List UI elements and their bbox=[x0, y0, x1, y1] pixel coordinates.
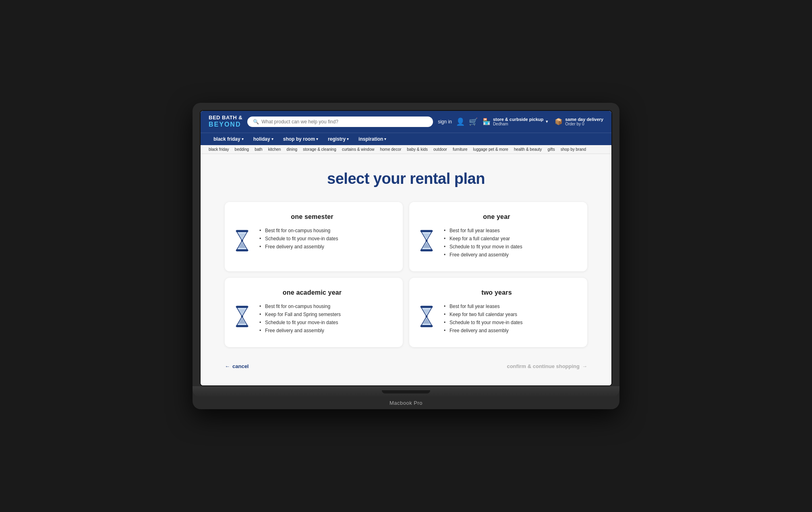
laptop-notch bbox=[382, 390, 430, 393]
nav-holiday[interactable]: holiday ▾ bbox=[249, 133, 278, 145]
nav-sec-outdoor[interactable]: outdoor bbox=[433, 147, 447, 152]
plans-grid: one semester bbox=[225, 202, 587, 347]
delivery-section: 🏪 store & curbside pickup Dedham ▾ 📦 sam… bbox=[483, 117, 603, 126]
plan-card-one-year[interactable]: one year bbox=[409, 202, 587, 271]
plan-card-one-semester[interactable]: one semester bbox=[225, 202, 403, 271]
plan-bullets-two-years: Best for full year leases Keep for two f… bbox=[444, 304, 522, 336]
bullet: Schedule to fit your move-in dates bbox=[259, 236, 338, 241]
nav-inspiration[interactable]: inspiration ▾ bbox=[354, 133, 391, 145]
search-input[interactable] bbox=[261, 119, 427, 125]
user-icon[interactable]: 👤 bbox=[456, 117, 465, 126]
nav-sec-home-decor[interactable]: home decor bbox=[380, 147, 401, 152]
nav-sec-kitchen[interactable]: kitchen bbox=[268, 147, 281, 152]
laptop-label: Macbook Pro bbox=[200, 398, 612, 409]
search-bar[interactable]: 🔍 bbox=[247, 117, 433, 127]
plan-title-one-semester: one semester bbox=[233, 213, 392, 221]
signin-link[interactable]: sign in bbox=[438, 119, 452, 125]
confirm-continue-button[interactable]: confirm & continue shopping bbox=[507, 363, 587, 369]
nav-sec-black-friday[interactable]: black friday bbox=[209, 147, 229, 152]
chevron-down-icon: ▾ bbox=[384, 137, 386, 141]
svg-point-2 bbox=[241, 239, 243, 241]
logo[interactable]: BED BATH & BEYOND bbox=[209, 115, 242, 128]
footer-actions: cancel confirm & continue shopping bbox=[225, 359, 587, 373]
header-top: BED BATH & BEYOND 🔍 sign in 👤 🛒 bbox=[201, 111, 611, 132]
bullet: Keep for Fall and Spring semesters bbox=[259, 312, 341, 317]
hourglass-icon bbox=[417, 305, 437, 329]
bullet: Schedule to fit your move in dates bbox=[444, 244, 522, 250]
nav-sec-bedding[interactable]: bedding bbox=[235, 147, 249, 152]
nav-sec-baby-kids[interactable]: baby & kids bbox=[407, 147, 428, 152]
bullet: Schedule to fit your move-in dates bbox=[259, 320, 341, 325]
page-title: select your rental plan bbox=[225, 170, 587, 187]
bullet: Schedule to fit your move-in dates bbox=[444, 320, 522, 325]
nav-shop-by-room[interactable]: shop by room ▾ bbox=[278, 133, 323, 145]
nav-sec-health[interactable]: health & beauty bbox=[514, 147, 542, 152]
store-label: store & curbside pickup bbox=[493, 117, 543, 122]
plan-title-one-year: one year bbox=[417, 213, 576, 221]
hourglass-icon bbox=[417, 229, 437, 254]
bullet: Best fit for on-campus housing bbox=[259, 304, 341, 309]
chevron-down-icon: ▾ bbox=[271, 137, 273, 141]
svg-point-5 bbox=[426, 239, 428, 241]
arrow-left-icon bbox=[225, 363, 230, 369]
laptop-screen: BED BATH & BEYOND 🔍 sign in 👤 🛒 bbox=[200, 110, 612, 386]
delivery-sublabel: Order by 0 bbox=[565, 122, 603, 126]
delivery-icon: 📦 bbox=[555, 118, 563, 125]
svg-point-11 bbox=[426, 315, 428, 317]
bullet: Free delivery and assembly bbox=[444, 328, 522, 333]
primary-nav: black friday ▾ holiday ▾ shop by room ▾ … bbox=[201, 133, 611, 145]
logo-line2: BEYOND bbox=[209, 121, 242, 128]
bullet: Best for full year leases bbox=[444, 228, 522, 233]
store-icon: 🏪 bbox=[483, 118, 491, 125]
plan-card-one-academic-year[interactable]: one academic year bbox=[225, 278, 403, 347]
site-header: BED BATH & BEYOND 🔍 sign in 👤 🛒 bbox=[201, 111, 611, 145]
plan-title-one-academic-year: one academic year bbox=[233, 289, 392, 296]
delivery-label: same day delivery bbox=[565, 117, 603, 122]
plan-bullets-one-year: Best for full year leases Keep for a ful… bbox=[444, 228, 522, 260]
chevron-down-icon: ▾ bbox=[316, 137, 318, 141]
secondary-nav: black friday bedding bath kitchen dining… bbox=[201, 145, 611, 154]
store-pickup-item[interactable]: 🏪 store & curbside pickup Dedham ▾ bbox=[483, 117, 548, 126]
bullet: Free delivery and assembly bbox=[259, 244, 338, 250]
nav-sec-bath[interactable]: bath bbox=[255, 147, 262, 152]
same-day-delivery-item[interactable]: 📦 same day delivery Order by 0 bbox=[555, 117, 603, 126]
bullet: Free delivery and assembly bbox=[444, 252, 522, 258]
chevron-down-icon: ▾ bbox=[347, 137, 349, 141]
plan-title-two-years: two years bbox=[417, 289, 576, 296]
bullet: Best fit for on-campus housing bbox=[259, 228, 338, 233]
nav-sec-furniture[interactable]: furniture bbox=[453, 147, 468, 152]
plan-bullets-one-academic-year: Best fit for on-campus housing Keep for … bbox=[259, 304, 341, 336]
svg-point-8 bbox=[241, 315, 243, 317]
hourglass-icon bbox=[233, 305, 253, 329]
cancel-button[interactable]: cancel bbox=[225, 363, 249, 369]
store-sublabel: Dedham bbox=[493, 122, 543, 126]
main-content: select your rental plan one semester bbox=[201, 154, 611, 385]
bullet: Free delivery and assembly bbox=[259, 328, 341, 333]
nav-sec-gifts[interactable]: gifts bbox=[547, 147, 555, 152]
nav-sec-shop-by-brand[interactable]: shop by brand bbox=[561, 147, 586, 152]
nav-sec-luggage[interactable]: luggage pet & more bbox=[473, 147, 508, 152]
nav-sec-curtains[interactable]: curtains & window bbox=[342, 147, 375, 152]
search-icon: 🔍 bbox=[253, 119, 259, 125]
chevron-down-icon: ▾ bbox=[242, 137, 244, 141]
plan-card-two-years[interactable]: two years bbox=[409, 278, 587, 347]
nav-sec-dining[interactable]: dining bbox=[286, 147, 297, 152]
laptop-container: BED BATH & BEYOND 🔍 sign in 👤 🛒 bbox=[193, 103, 619, 409]
cart-icon[interactable]: 🛒 bbox=[469, 117, 478, 126]
bullet: Best for full year leases bbox=[444, 304, 522, 309]
bullet: Keep for two full calendar years bbox=[444, 312, 522, 317]
logo-line1: BED BATH & bbox=[209, 115, 242, 121]
laptop-base bbox=[193, 386, 619, 398]
nav-sec-storage[interactable]: storage & cleaning bbox=[303, 147, 336, 152]
nav-registry[interactable]: registry ▾ bbox=[323, 133, 354, 145]
header-actions: sign in 👤 🛒 bbox=[438, 117, 478, 126]
store-chevron-icon: ▾ bbox=[546, 119, 548, 124]
hourglass-icon bbox=[233, 229, 253, 254]
plan-bullets-one-semester: Best fit for on-campus housing Schedule … bbox=[259, 228, 338, 252]
nav-black-friday[interactable]: black friday ▾ bbox=[209, 133, 249, 145]
arrow-right-icon bbox=[582, 363, 587, 369]
bullet: Keep for a full calendar year bbox=[444, 236, 522, 241]
